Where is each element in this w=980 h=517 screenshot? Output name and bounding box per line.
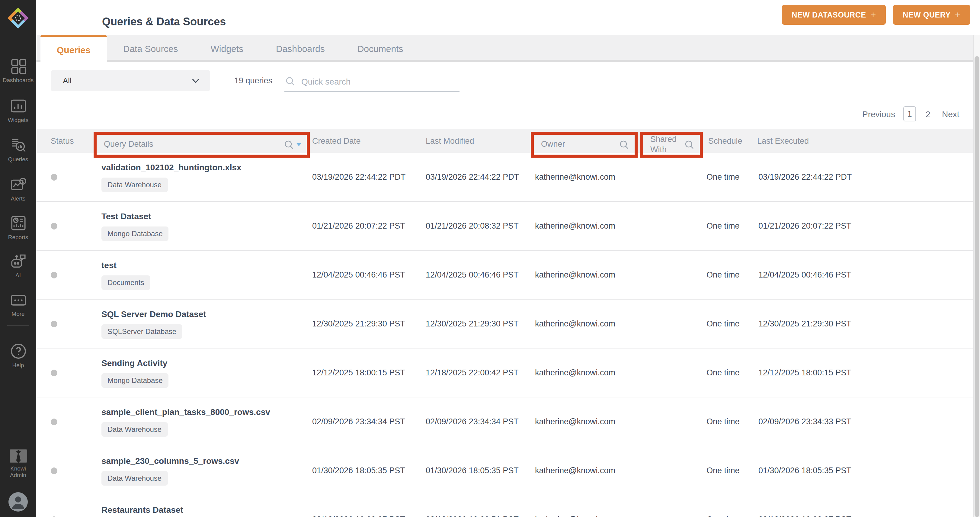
created-date-cell: 03/19/2026 22:44:22 PDT <box>312 172 406 181</box>
new-query-button[interactable]: NEW QUERY + <box>893 5 970 25</box>
user-avatar-icon <box>8 492 29 512</box>
sidebar-item-queries[interactable]: Queries <box>0 137 36 163</box>
query-table-body: validation_102102_huntington.xlsx Data W… <box>36 153 974 517</box>
query-name-link[interactable]: test <box>102 260 116 270</box>
datasource-type-badge: Mongo Database <box>102 226 169 241</box>
pagination-page-1[interactable]: 1 <box>903 106 916 121</box>
query-name-link[interactable]: Restaurants Dataset <box>102 505 183 515</box>
pagination-page-2[interactable]: 2 <box>926 109 931 119</box>
tab-data-sources[interactable]: Data Sources <box>107 35 194 62</box>
sidebar-item-widgets[interactable]: Widgets <box>0 97 36 124</box>
owner-cell: katherine@knowi.com <box>535 417 615 426</box>
last-modified-cell: 12/30/2025 21:29:30 PST <box>426 319 519 328</box>
query-name-link[interactable]: sample_client_plan_tasks_8000_rows.csv <box>102 407 270 417</box>
dashboards-grid-icon <box>10 57 27 75</box>
tab-dashboards[interactable]: Dashboards <box>259 35 341 62</box>
type-filter-dropdown[interactable]: All <box>51 70 210 91</box>
sidebar-label: Help <box>12 363 24 369</box>
sidebar-label: Queries <box>8 156 29 163</box>
query-name-link[interactable]: sample_230_columns_5_rows.csv <box>102 456 239 466</box>
search-icon[interactable] <box>685 140 694 150</box>
query-name-link[interactable]: validation_102102_huntington.xlsx <box>102 162 242 172</box>
owner-cell: katherine@knowi.com <box>535 172 615 181</box>
knowi-logo[interactable] <box>0 6 36 30</box>
column-header-shared-with-highlighted[interactable]: Shared With <box>640 132 703 157</box>
tab-widgets[interactable]: Widgets <box>194 35 259 62</box>
last-modified-cell: 01/30/2026 18:05:35 PST <box>426 466 519 475</box>
search-icon[interactable] <box>619 140 629 150</box>
last-executed-cell: 02/09/2026 23:34:33 PST <box>759 417 851 426</box>
more-ellipsis-icon <box>10 291 27 309</box>
sidebar-label: Dashboards <box>3 77 33 84</box>
status-dot <box>51 418 57 425</box>
sidebar-label: Widgets <box>8 117 29 124</box>
query-name-link[interactable]: Sending Activity <box>102 358 167 368</box>
plus-icon: + <box>955 10 961 20</box>
status-dot <box>51 467 57 474</box>
sidebar-item-alerts[interactable]: Alerts <box>0 176 36 202</box>
table-row[interactable]: test Documents 12/04/2025 00:46:46 PST 1… <box>36 251 974 299</box>
sidebar-item-more[interactable]: More <box>0 291 36 318</box>
new-datasource-button[interactable]: NEW DATASOURCE + <box>782 5 886 25</box>
widgets-chart-icon <box>10 97 27 115</box>
page-title: Queries & Data Sources <box>102 16 226 29</box>
created-date-cell: 01/21/2026 20:07:22 PST <box>312 221 405 231</box>
chevron-down-icon <box>192 78 199 83</box>
last-executed-cell: 01/30/2026 18:05:35 PST <box>759 466 851 475</box>
tab-documents[interactable]: Documents <box>341 35 420 62</box>
table-row[interactable]: sample_client_plan_tasks_8000_rows.csv D… <box>36 398 974 446</box>
column-header-owner-highlighted[interactable]: Owner <box>531 132 638 157</box>
last-modified-cell: 03/12/2026 19:00:51 PST <box>426 515 519 517</box>
sidebar-item-help[interactable]: Help <box>0 342 36 369</box>
tab-bar: Queries Data Sources Widgets Dashboards … <box>36 35 974 62</box>
help-icon <box>10 342 27 360</box>
table-row[interactable]: Test Dataset Mongo Database 01/21/2026 2… <box>36 202 974 251</box>
created-date-cell: 01/30/2026 18:05:35 PST <box>312 466 405 475</box>
tab-queries[interactable]: Queries <box>40 35 107 62</box>
knowi-logo-icon <box>6 6 30 30</box>
table-row[interactable]: validation_102102_huntington.xlsx Data W… <box>36 153 974 202</box>
last-executed-cell: 12/04/2025 00:46:46 PST <box>759 270 851 279</box>
last-modified-cell: 02/09/2026 23:34:34 PST <box>426 417 519 426</box>
last-modified-cell: 12/18/2025 22:00:42 PST <box>426 368 519 377</box>
alerts-icon <box>10 176 27 193</box>
user-avatar[interactable] <box>0 492 36 512</box>
sidebar-item-reports[interactable]: Reports <box>0 215 36 241</box>
schedule-cell: One time <box>706 319 740 328</box>
sidebar-item-dashboards[interactable]: Dashboards <box>0 57 36 84</box>
column-header-label: Shared With <box>650 134 685 155</box>
last-executed-cell: 01/21/2026 20:07:22 PST <box>759 221 851 231</box>
table-row[interactable]: sample_230_columns_5_rows.csv Data Wareh… <box>36 446 974 495</box>
last-executed-cell: 03/12/2026 19:00:07 PST <box>759 515 851 517</box>
last-modified-cell: 03/19/2026 22:44:22 PDT <box>426 172 519 181</box>
caret-down-icon[interactable] <box>296 143 301 146</box>
status-dot <box>51 320 57 327</box>
schedule-cell: One time <box>706 515 740 517</box>
scrollbar-thumb[interactable] <box>975 56 979 517</box>
pagination-previous[interactable]: Previous <box>862 109 895 119</box>
table-row[interactable]: Restaurants Dataset 03/12/2026 19:00:07 … <box>36 495 974 517</box>
search-icon[interactable] <box>285 140 294 150</box>
column-header-label: Query Details <box>104 140 285 150</box>
sidebar-item-ai[interactable]: AI <box>0 253 36 279</box>
ai-assistant-icon <box>10 253 27 270</box>
sidebar-item-account[interactable]: KnowiAdmin <box>0 449 36 479</box>
table-row[interactable]: SQL Server Demo Dataset SQLServer Databa… <box>36 299 974 348</box>
sidebar-label: Reports <box>8 234 29 241</box>
result-count: 19 queries <box>234 76 272 85</box>
column-header-label: Owner <box>541 140 619 150</box>
owner-cell: katherine@knowi.com <box>535 319 615 328</box>
sidebar-label: Alerts <box>11 196 25 202</box>
query-name-link[interactable]: SQL Server Demo Dataset <box>102 309 206 319</box>
status-dot <box>51 173 57 180</box>
table-row[interactable]: Sending Activity Mongo Database 12/12/20… <box>36 348 974 398</box>
pagination-next[interactable]: Next <box>942 109 959 119</box>
owner-cell: katherine@knowi.com <box>535 515 615 517</box>
column-header-query-details-highlighted[interactable]: Query Details <box>94 132 310 157</box>
owner-cell: katherine@knowi.com <box>535 270 615 279</box>
owner-cell: katherine@knowi.com <box>535 368 615 377</box>
owner-cell: katherine@knowi.com <box>535 221 615 231</box>
quick-search-input[interactable] <box>285 71 460 91</box>
column-header-schedule: Schedule <box>708 129 742 153</box>
query-name-link[interactable]: Test Dataset <box>102 212 151 221</box>
